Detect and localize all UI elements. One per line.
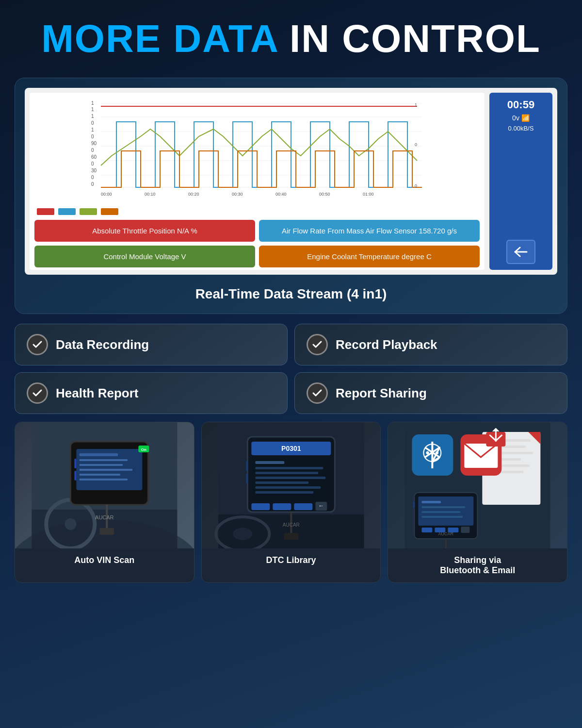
svg-rect-41 bbox=[79, 469, 132, 471]
sharing-illustration: ⚇ bbox=[388, 422, 567, 548]
svg-rect-43 bbox=[79, 479, 128, 480]
data-box-throttle: Absolute Throttle Position N/A % bbox=[34, 220, 255, 242]
svg-rect-96 bbox=[422, 511, 461, 513]
sharing-image: ⚇ bbox=[388, 422, 567, 548]
svg-rect-103 bbox=[448, 528, 459, 532]
feature-label-report-sharing: Report Sharing bbox=[336, 386, 427, 401]
svg-text:On: On bbox=[141, 447, 146, 452]
section-title: Real-Time Data Stream (4 in1) bbox=[25, 282, 557, 304]
svg-rect-63 bbox=[255, 481, 308, 484]
chart-area: 1 1 1 0 1 0 90 0 60 0 30 0 0 bbox=[30, 93, 485, 270]
data-labels-grid: Absolute Throttle Position N/A % Air Flo… bbox=[34, 220, 480, 267]
svg-rect-95 bbox=[422, 506, 466, 508]
svg-rect-42 bbox=[79, 474, 120, 476]
data-stream-chart: 1 1 1 0 1 0 90 0 60 0 30 0 0 bbox=[34, 98, 480, 204]
image-card-vin: AUCAR On Auto VIN Scan bbox=[15, 422, 194, 583]
vin-label: Auto VIN Scan bbox=[15, 548, 194, 572]
sharing-label: Sharing via Bluetooth & Email bbox=[388, 548, 567, 582]
legend-green bbox=[80, 208, 97, 215]
back-button[interactable] bbox=[506, 240, 535, 264]
image-grid: AUCAR On Auto VIN Scan P0301 bbox=[15, 422, 567, 583]
svg-text:00:30: 00:30 bbox=[232, 192, 243, 197]
svg-rect-98 bbox=[413, 501, 415, 508]
svg-rect-60 bbox=[255, 467, 323, 469]
svg-text:1: 1 bbox=[415, 102, 417, 107]
data-box-airflow: Air Flow Rate From Mass Air Flow Sensor … bbox=[259, 220, 480, 242]
svg-rect-59 bbox=[255, 461, 284, 464]
sharing-label-text: Sharing via Bluetooth & Email bbox=[440, 555, 515, 575]
svg-text:1: 1 bbox=[91, 100, 94, 106]
feature-label-health-report: Health Report bbox=[56, 386, 138, 401]
svg-text:0: 0 bbox=[91, 175, 94, 180]
title-blue: MORE DATA bbox=[41, 17, 278, 60]
svg-text:00:10: 00:10 bbox=[145, 192, 156, 197]
feature-health-report: Health Report bbox=[15, 372, 288, 414]
svg-rect-65 bbox=[255, 491, 313, 494]
svg-rect-64 bbox=[255, 486, 321, 489]
chart-legend bbox=[34, 208, 480, 215]
svg-text:0: 0 bbox=[91, 120, 94, 126]
svg-text:1: 1 bbox=[91, 107, 94, 112]
svg-rect-67 bbox=[273, 503, 291, 510]
svg-rect-61 bbox=[255, 472, 318, 474]
svg-rect-97 bbox=[422, 516, 463, 518]
svg-rect-38 bbox=[79, 453, 118, 456]
svg-text:00:50: 00:50 bbox=[319, 192, 330, 197]
svg-text:0: 0 bbox=[415, 183, 417, 188]
time-display: 00:59 bbox=[507, 99, 534, 111]
svg-rect-62 bbox=[255, 477, 325, 479]
data-box-voltage: Control Module Voltage V bbox=[34, 246, 255, 267]
voltage-display: 0v bbox=[512, 114, 519, 122]
svg-text:00:40: 00:40 bbox=[275, 192, 287, 197]
svg-text:90: 90 bbox=[91, 141, 97, 146]
dtc-illustration: P0301 ← bbox=[202, 422, 381, 548]
svg-text:60: 60 bbox=[91, 154, 97, 160]
svg-rect-72 bbox=[246, 474, 248, 483]
back-arrow-icon bbox=[514, 247, 528, 257]
svg-text:1: 1 bbox=[91, 127, 94, 132]
svg-text:30: 30 bbox=[91, 168, 97, 173]
feature-record-playback: Record Playback bbox=[294, 324, 567, 365]
svg-text:00:20: 00:20 bbox=[188, 192, 199, 197]
svg-rect-44 bbox=[74, 459, 76, 468]
svg-text:AUCAR: AUCAR bbox=[282, 522, 299, 528]
svg-rect-104 bbox=[461, 527, 470, 533]
header-section: MORE DATA IN CONTROL bbox=[0, 0, 582, 68]
feature-grid: Data Recording Record Playback Health Re… bbox=[15, 324, 567, 414]
check-icon-record-playback bbox=[307, 334, 328, 355]
check-icon-data-recording bbox=[27, 334, 48, 355]
legend-orange bbox=[101, 208, 118, 215]
svg-text:00:00: 00:00 bbox=[101, 192, 112, 197]
image-card-dtc: P0301 ← bbox=[201, 422, 381, 583]
svg-text:0: 0 bbox=[415, 142, 417, 147]
svg-text:AUCAR: AUCAR bbox=[95, 514, 114, 520]
svg-rect-45 bbox=[74, 471, 76, 480]
image-card-sharing: ⚇ bbox=[388, 422, 567, 583]
check-icon-report-sharing bbox=[307, 382, 328, 404]
vin-scan-illustration: AUCAR On bbox=[15, 422, 194, 548]
svg-text:0: 0 bbox=[91, 182, 94, 187]
data-box-coolant: Engine Coolant Temperature degree C bbox=[259, 246, 480, 267]
svg-rect-68 bbox=[294, 503, 312, 510]
vin-image: AUCAR On bbox=[15, 422, 194, 548]
side-panel: 00:59 0v 📶 0.00kB/S bbox=[489, 93, 552, 270]
speed-display: 0.00kB/S bbox=[508, 125, 534, 132]
svg-rect-102 bbox=[435, 528, 446, 532]
svg-rect-47 bbox=[99, 528, 114, 535]
svg-point-35 bbox=[65, 518, 76, 530]
svg-text:01:00: 01:00 bbox=[363, 192, 374, 197]
svg-rect-101 bbox=[422, 528, 433, 532]
legend-blue bbox=[58, 208, 76, 215]
svg-rect-74 bbox=[284, 533, 298, 540]
svg-text:0: 0 bbox=[91, 148, 94, 153]
svg-rect-40 bbox=[79, 464, 123, 466]
voltage-wifi-row: 0v 📶 bbox=[512, 114, 530, 122]
feature-label-data-recording: Data Recording bbox=[56, 337, 149, 352]
dtc-label: DTC Library bbox=[202, 548, 381, 572]
svg-rect-94 bbox=[422, 501, 441, 503]
feature-label-record-playback: Record Playback bbox=[336, 337, 437, 352]
svg-text:←: ← bbox=[318, 502, 324, 509]
wifi-icon: 📶 bbox=[521, 114, 530, 122]
svg-rect-39 bbox=[79, 459, 128, 461]
chart-container: 1 1 1 0 1 0 90 0 60 0 30 0 0 bbox=[34, 98, 480, 204]
